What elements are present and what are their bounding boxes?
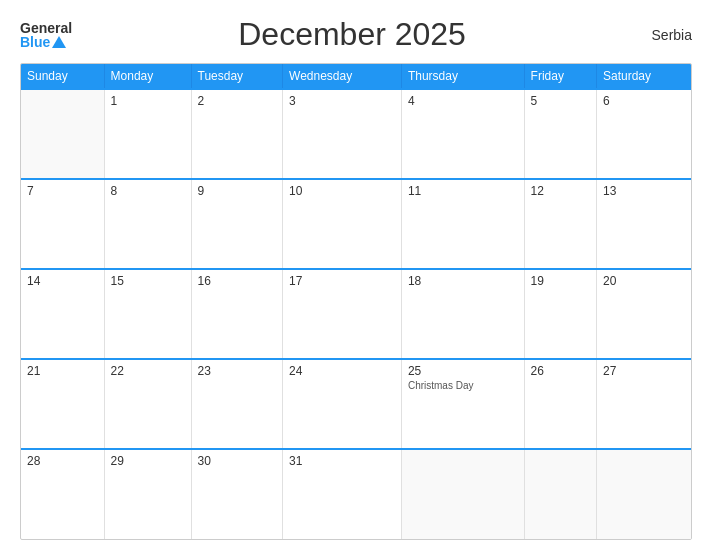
day-number: 17 xyxy=(289,274,395,288)
page: General Blue December 2025 Serbia Sunday… xyxy=(0,0,712,550)
day-number: 12 xyxy=(531,184,590,198)
day-cell-w5-d6 xyxy=(596,449,691,539)
day-number: 20 xyxy=(603,274,685,288)
day-number: 25 xyxy=(408,364,518,378)
week-row-1: 123456 xyxy=(21,89,691,179)
day-number: 6 xyxy=(603,94,685,108)
day-cell-w1-d5: 5 xyxy=(524,89,596,179)
day-number: 14 xyxy=(27,274,98,288)
logo-general-text: General xyxy=(20,21,72,35)
day-cell-w2-d5: 12 xyxy=(524,179,596,269)
day-cell-w3-d4: 18 xyxy=(401,269,524,359)
day-cell-w3-d3: 17 xyxy=(283,269,402,359)
day-number: 29 xyxy=(111,454,185,468)
header-friday: Friday xyxy=(524,64,596,89)
day-number: 9 xyxy=(198,184,276,198)
day-number: 8 xyxy=(111,184,185,198)
day-cell-w5-d5 xyxy=(524,449,596,539)
day-cell-w2-d2: 9 xyxy=(191,179,282,269)
day-number: 26 xyxy=(531,364,590,378)
day-cell-w2-d4: 11 xyxy=(401,179,524,269)
day-number: 30 xyxy=(198,454,276,468)
country-label: Serbia xyxy=(632,27,692,43)
logo-blue-text: Blue xyxy=(20,35,66,49)
day-cell-w1-d0 xyxy=(21,89,104,179)
day-number: 4 xyxy=(408,94,518,108)
logo-triangle-icon xyxy=(52,36,66,48)
week-row-3: 14151617181920 xyxy=(21,269,691,359)
day-cell-w1-d1: 1 xyxy=(104,89,191,179)
day-number: 18 xyxy=(408,274,518,288)
day-cell-w4-d1: 22 xyxy=(104,359,191,449)
holiday-label: Christmas Day xyxy=(408,380,518,391)
day-number: 2 xyxy=(198,94,276,108)
day-number: 22 xyxy=(111,364,185,378)
day-cell-w5-d2: 30 xyxy=(191,449,282,539)
day-cell-w3-d6: 20 xyxy=(596,269,691,359)
days-header-row: Sunday Monday Tuesday Wednesday Thursday… xyxy=(21,64,691,89)
day-number: 11 xyxy=(408,184,518,198)
day-number: 16 xyxy=(198,274,276,288)
day-number: 3 xyxy=(289,94,395,108)
header-thursday: Thursday xyxy=(401,64,524,89)
day-cell-w3-d1: 15 xyxy=(104,269,191,359)
calendar-title: December 2025 xyxy=(72,16,632,53)
header-sunday: Sunday xyxy=(21,64,104,89)
day-number: 27 xyxy=(603,364,685,378)
day-number: 31 xyxy=(289,454,395,468)
day-cell-w2-d6: 13 xyxy=(596,179,691,269)
week-row-5: 28293031 xyxy=(21,449,691,539)
header: General Blue December 2025 Serbia xyxy=(20,16,692,53)
week-row-2: 78910111213 xyxy=(21,179,691,269)
day-number: 7 xyxy=(27,184,98,198)
day-cell-w3-d5: 19 xyxy=(524,269,596,359)
header-monday: Monday xyxy=(104,64,191,89)
day-cell-w3-d0: 14 xyxy=(21,269,104,359)
day-number: 1 xyxy=(111,94,185,108)
day-number: 19 xyxy=(531,274,590,288)
day-number: 21 xyxy=(27,364,98,378)
day-number: 23 xyxy=(198,364,276,378)
day-cell-w5-d3: 31 xyxy=(283,449,402,539)
header-wednesday: Wednesday xyxy=(283,64,402,89)
day-cell-w5-d4 xyxy=(401,449,524,539)
day-cell-w4-d5: 26 xyxy=(524,359,596,449)
day-cell-w5-d1: 29 xyxy=(104,449,191,539)
day-number: 13 xyxy=(603,184,685,198)
day-cell-w2-d0: 7 xyxy=(21,179,104,269)
day-number: 24 xyxy=(289,364,395,378)
week-row-4: 2122232425Christmas Day2627 xyxy=(21,359,691,449)
header-tuesday: Tuesday xyxy=(191,64,282,89)
day-cell-w1-d3: 3 xyxy=(283,89,402,179)
day-cell-w4-d3: 24 xyxy=(283,359,402,449)
day-cell-w3-d2: 16 xyxy=(191,269,282,359)
day-cell-w4-d4: 25Christmas Day xyxy=(401,359,524,449)
day-cell-w1-d2: 2 xyxy=(191,89,282,179)
header-saturday: Saturday xyxy=(596,64,691,89)
day-cell-w5-d0: 28 xyxy=(21,449,104,539)
day-number: 5 xyxy=(531,94,590,108)
day-cell-w1-d4: 4 xyxy=(401,89,524,179)
day-cell-w1-d6: 6 xyxy=(596,89,691,179)
day-number: 28 xyxy=(27,454,98,468)
day-cell-w2-d3: 10 xyxy=(283,179,402,269)
logo: General Blue xyxy=(20,21,72,49)
day-number: 10 xyxy=(289,184,395,198)
day-number: 15 xyxy=(111,274,185,288)
day-cell-w2-d1: 8 xyxy=(104,179,191,269)
day-cell-w4-d2: 23 xyxy=(191,359,282,449)
day-cell-w4-d0: 21 xyxy=(21,359,104,449)
day-cell-w4-d6: 27 xyxy=(596,359,691,449)
calendar: Sunday Monday Tuesday Wednesday Thursday… xyxy=(20,63,692,540)
